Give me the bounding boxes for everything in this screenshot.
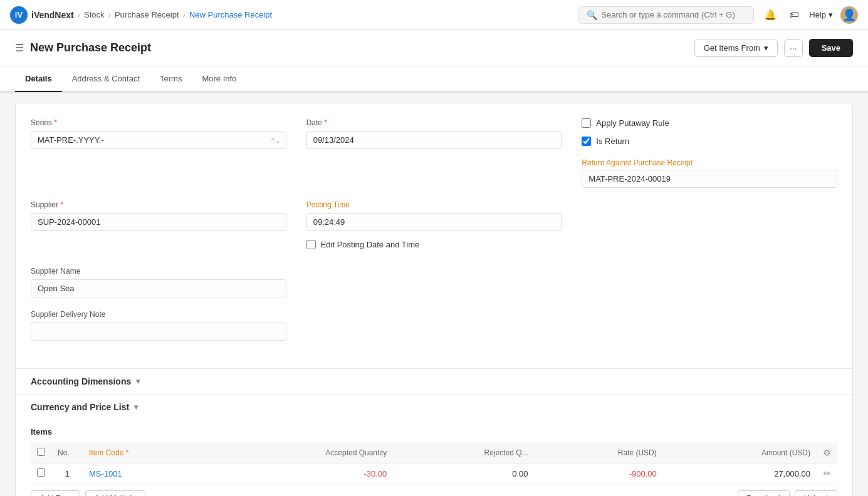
search-icon: 🔍	[587, 10, 597, 20]
form-row-4: Supplier Delivery Note	[31, 310, 837, 341]
supplier-group: Supplier *	[31, 200, 286, 254]
col-header-rate: Rate (USD)	[535, 443, 663, 463]
form-body: Series * MAT-PRE-.YYYY.- Date *	[16, 103, 852, 368]
checkboxes-group: Apply Putaway Rule Is Return Return Agai…	[582, 118, 837, 188]
row-checkbox-cell	[31, 463, 51, 484]
form-card: Series * MAT-PRE-.YYYY.- Date *	[15, 103, 853, 496]
supplier-label: Supplier *	[31, 200, 286, 209]
help-button[interactable]: Help ▾	[809, 10, 833, 19]
row-checkbox[interactable]	[37, 468, 45, 477]
currency-price-label: Currency and Price List	[31, 402, 129, 412]
save-button[interactable]: Save	[809, 39, 853, 57]
select-all-checkbox[interactable]	[37, 448, 45, 456]
breadcrumb-purchase-receipt[interactable]: Purchase Receipt	[115, 10, 179, 19]
brand-icon: iV	[10, 6, 28, 24]
is-return-label: Is Return	[596, 137, 629, 146]
supplier-delivery-label: Supplier Delivery Note	[31, 310, 286, 319]
items-table: No. Item Code * Accepted Quantity Reject…	[31, 443, 837, 484]
page-header: ☰ New Purchase Receipt Get Items From ▾ …	[0, 30, 868, 66]
supplier-input[interactable]	[31, 213, 286, 231]
row-rejected-qty: 0.00	[393, 463, 534, 484]
main-content: Series * MAT-PRE-.YYYY.- Date *	[0, 93, 868, 496]
accounting-dimensions-label: Accounting Dimensions	[31, 376, 131, 386]
date-input[interactable]	[306, 131, 562, 149]
get-items-button[interactable]: Get Items From ▾	[694, 39, 778, 57]
search-input[interactable]	[601, 10, 746, 19]
add-multiple-button[interactable]: Add Multiple	[85, 490, 145, 496]
page-header-left: ☰ New Purchase Receipt	[15, 41, 151, 54]
table-header-row: No. Item Code * Accepted Quantity Reject…	[31, 443, 837, 463]
tab-more-info[interactable]: More Info	[192, 66, 246, 92]
tab-terms[interactable]: Terms	[150, 66, 192, 92]
supplier-name-group: Supplier Name	[31, 267, 286, 297]
tab-details[interactable]: Details	[15, 66, 62, 92]
row4-col2-empty	[306, 310, 562, 341]
currency-chevron-icon: ▾	[134, 403, 138, 411]
table-actions: Add Row Add Multiple Download Upload	[31, 490, 837, 496]
row3-col3-empty	[582, 267, 837, 297]
help-chevron-icon: ▾	[829, 10, 833, 19]
top-nav-right: 🔍 🔔 🏷 Help ▾ 👤	[578, 6, 858, 24]
add-row-button[interactable]: Add Row	[31, 490, 80, 496]
return-against-group: Return Against Purchase Receipt MAT-PRE-…	[582, 158, 837, 188]
notifications-button[interactable]: 🔔	[761, 6, 779, 23]
supplier-name-input[interactable]	[31, 279, 286, 297]
supplier-delivery-input[interactable]	[31, 323, 286, 341]
row4-col3-empty	[582, 310, 837, 341]
hamburger-button[interactable]: ☰	[15, 42, 24, 54]
posting-time-group: Posting Time Edit Posting Date and Time	[306, 200, 562, 254]
breadcrumb-area: iV iVendNext › Stock › Purchase Receipt …	[10, 6, 272, 24]
series-label: Series *	[31, 118, 286, 127]
return-against-value[interactable]: MAT-PRE-2024-00019	[582, 170, 837, 188]
edit-posting-checkbox[interactable]	[306, 240, 316, 249]
col-header-no: No.	[51, 443, 83, 463]
row-edit-cell[interactable]: ✏	[817, 463, 837, 484]
supplier-required: *	[60, 200, 63, 209]
download-button[interactable]: Download	[738, 490, 790, 496]
breadcrumb-stock[interactable]: Stock	[84, 10, 105, 19]
upload-button[interactable]: Upload	[795, 490, 837, 496]
get-items-label: Get Items From	[704, 43, 760, 53]
search-bar[interactable]: 🔍	[578, 6, 754, 24]
accounting-dimensions-section[interactable]: Accounting Dimensions ▾	[16, 368, 852, 394]
form-row-3: Supplier Name	[31, 267, 837, 297]
date-required: *	[324, 118, 327, 127]
tab-address---contact[interactable]: Address & Contact	[62, 66, 150, 92]
row-item-code[interactable]: MS-1001	[83, 463, 208, 484]
more-options-button[interactable]: ···	[784, 39, 803, 57]
series-select-wrapper[interactable]: MAT-PRE-.YYYY.-	[31, 131, 286, 149]
breadcrumb-sep-2: ›	[108, 10, 111, 19]
date-group: Date *	[306, 118, 562, 188]
row-edit-icon[interactable]: ✏	[824, 468, 831, 478]
avatar[interactable]: 👤	[840, 6, 858, 24]
top-navigation: iV iVendNext › Stock › Purchase Receipt …	[0, 0, 868, 30]
currency-price-section[interactable]: Currency and Price List ▾	[16, 394, 852, 420]
avatar-image: 👤	[842, 8, 856, 22]
table-settings-icon[interactable]: ⚙	[823, 448, 831, 458]
col-header-settings: ⚙	[817, 443, 837, 463]
edit-posting-label: Edit Posting Date and Time	[321, 240, 420, 249]
supplier-delivery-group: Supplier Delivery Note	[31, 310, 286, 341]
col-header-amount: Amount (USD)	[663, 443, 817, 463]
page-header-right: Get Items From ▾ ··· Save	[694, 39, 853, 57]
row-amount: 27,000.00	[663, 463, 817, 484]
supplier-name-label: Supplier Name	[31, 267, 286, 276]
is-return-checkbox[interactable]	[582, 137, 591, 146]
tags-button[interactable]: 🏷	[787, 7, 802, 23]
table-actions-right: Download Upload	[738, 490, 837, 496]
apply-putaway-checkbox[interactable]	[582, 118, 591, 128]
edit-posting-row: Edit Posting Date and Time	[306, 240, 562, 249]
col-header-item-code: Item Code *	[83, 443, 208, 463]
col-header-accepted-qty: Accepted Quantity	[208, 443, 393, 463]
brand-name: iVendNext	[31, 10, 74, 20]
apply-putaway-label: Apply Putaway Rule	[596, 118, 669, 128]
table-row: 1 MS-1001 -30.00 0.00 -900.00 27,000.00 …	[31, 463, 837, 484]
series-select[interactable]: MAT-PRE-.YYYY.-	[31, 131, 286, 149]
date-label: Date *	[306, 118, 562, 127]
posting-time-input[interactable]	[306, 213, 562, 231]
accounting-chevron-icon: ▾	[136, 377, 140, 386]
items-section: Items No. Item Code * Accepted Quantity …	[16, 420, 852, 496]
col3-empty	[582, 200, 837, 254]
form-row-2: Supplier * Posting Time Edit Posting Dat…	[31, 200, 837, 254]
row-rate: -900.00	[535, 463, 663, 484]
